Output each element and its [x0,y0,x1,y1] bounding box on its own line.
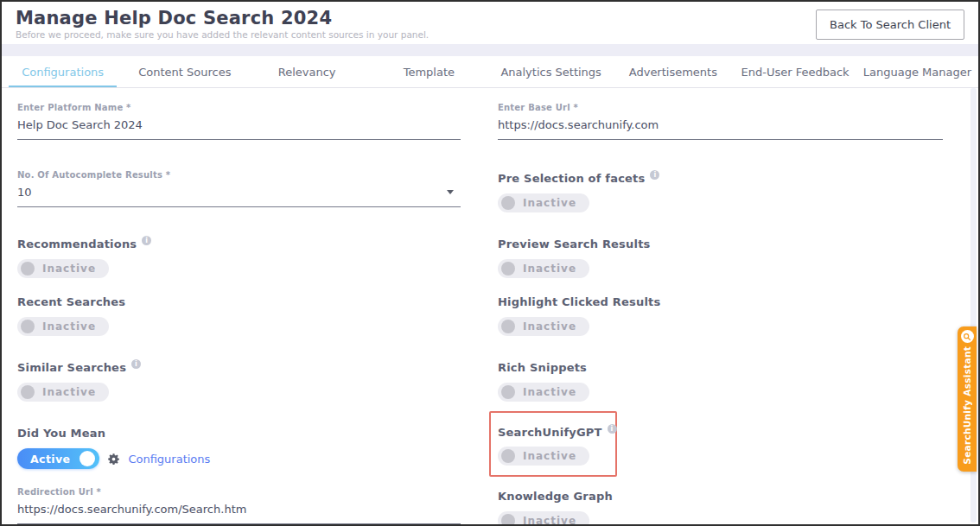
toggle-knob [501,262,515,276]
recommendations-section: Recommendations Inactive [17,222,461,280]
redirection-url-field: Redirection Url * https://docs.searchuni… [17,477,461,526]
redirection-url-input[interactable]: https://docs.searchunify.com/Search.htm [17,497,461,524]
highlight-clicked-results-title: Highlight Clicked Results [498,295,660,308]
assistant-logo-icon [961,330,974,343]
toggle-state-label: Inactive [523,386,576,398]
autocomplete-results-select[interactable]: 10 [17,180,461,207]
pre-selection-of-facets-label: Pre Selection of facets [498,172,645,185]
toggle-knob [501,320,515,333]
tab-analytics-settings[interactable]: Analytics Settings [490,56,612,87]
platform-name-field: Enter Platform Name * Help Doc Search 20… [17,88,461,162]
toggle-knob [501,385,515,399]
tab-language-manager[interactable]: Language Manager [856,56,978,87]
redirection-url-value: https://docs.searchunify.com/Search.htm [17,503,246,516]
searchunify-gpt-toggle[interactable]: Inactive [498,447,589,466]
toggle-state-label: Inactive [42,386,96,398]
knowledge-graph-label: Knowledge Graph [498,490,613,503]
page-title: Manage Help Doc Search 2024 [16,8,429,29]
preview-search-results-toggle[interactable]: Inactive [498,259,589,278]
did-you-mean-configurations-link[interactable]: Configurations [128,453,210,466]
recent-searches-label: Recent Searches [17,295,125,308]
searchunify-gpt-label: SearchUnifyGPT [498,426,602,439]
tab-content-sources[interactable]: Content Sources [124,56,245,87]
manage-search-client-window: Manage Help Doc Search 2024 Before we pr… [0,0,980,526]
highlight-clicked-results-toggle[interactable]: Inactive [498,317,589,336]
searchunify-gpt-highlight-box: SearchUnifyGPT Inactive [489,411,617,477]
gear-icon[interactable] [107,453,120,466]
pre-selection-of-facets-title: Pre Selection of facets [498,172,659,185]
recent-searches-section: Recent Searches Inactive [17,280,461,345]
pre-selection-of-facets-section: Pre Selection of facets Inactive [498,162,943,222]
header-titles: Manage Help Doc Search 2024 Before we pr… [16,8,429,40]
did-you-mean-label: Did You Mean [17,427,105,440]
preview-search-results-label: Preview Search Results [498,238,651,250]
base-url-value: https://docs.searchunify.com [498,118,659,131]
searchunify-gpt-section: SearchUnifyGPT Inactive [498,411,943,477]
toggle-knob [501,449,515,463]
similar-searches-toggle[interactable]: Inactive [17,383,109,402]
toggle-knob [21,320,35,333]
tab-end-user-feedback[interactable]: End-User Feedback [735,56,856,87]
recommendations-label: Recommendations [17,238,137,250]
toggle-state-label: Active [30,453,70,466]
pre-selection-of-facets-toggle[interactable]: Inactive [498,193,589,212]
assistant-tab-label: SearchUnify Assistant [962,346,972,465]
rich-snippets-section: Rich Snippets Inactive [498,345,943,411]
tab-relevancy[interactable]: Relevancy [246,56,368,87]
page-subtitle: Before we proceed, make sure you have ad… [16,29,429,40]
configurations-form: Enter Platform Name * Help Doc Search 20… [2,88,978,526]
page-header: Manage Help Doc Search 2024 Before we pr… [2,2,978,44]
tab-configurations[interactable]: Configurations [2,56,124,87]
settings-tabbar: Configurations Content Sources Relevancy… [2,56,978,88]
platform-name-input[interactable]: Help Doc Search 2024 [17,112,461,140]
toggle-knob [21,262,35,276]
toggle-state-label: Inactive [523,515,576,526]
did-you-mean-toggle[interactable]: Active [17,448,99,469]
autocomplete-results-label: No. Of Autocomplete Results * [17,170,461,180]
platform-name-value: Help Doc Search 2024 [17,118,143,131]
toggle-knob [501,196,515,210]
info-icon[interactable] [142,236,151,245]
info-icon[interactable] [131,359,141,369]
searchunify-gpt-title: SearchUnifyGPT [498,426,617,439]
recent-searches-toggle[interactable]: Inactive [17,317,109,336]
rich-snippets-title: Rich Snippets [498,361,587,374]
toggle-knob [80,451,95,466]
recommendations-title: Recommendations [17,238,151,250]
toggle-state-label: Inactive [523,320,576,333]
autocomplete-results-field: No. Of Autocomplete Results * 10 [17,162,461,222]
autocomplete-results-value: 10 [17,186,32,199]
toggle-state-label: Inactive [523,263,576,275]
recommendations-toggle[interactable]: Inactive [17,259,109,278]
tab-template[interactable]: Template [368,56,490,87]
knowledge-graph-section: Knowledge Graph Inactive [498,477,943,526]
toggle-knob [501,514,515,526]
toggle-state-label: Inactive [523,450,576,462]
base-url-field: Enter Base Url * https://docs.searchunif… [498,88,943,162]
did-you-mean-section: Did You Mean Active Configurations [17,411,461,477]
knowledge-graph-toggle[interactable]: Inactive [498,511,589,526]
info-icon[interactable] [608,424,617,434]
similar-searches-label: Similar Searches [17,361,126,374]
knowledge-graph-title: Knowledge Graph [498,490,613,503]
info-icon[interactable] [650,170,659,180]
rich-snippets-toggle[interactable]: Inactive [498,383,589,402]
highlight-clicked-results-label: Highlight Clicked Results [498,295,660,308]
toggle-knob [21,385,35,399]
base-url-input[interactable]: https://docs.searchunify.com [498,112,943,140]
tab-advertisements[interactable]: Advertisements [612,56,734,87]
preview-search-results-section: Preview Search Results Inactive [498,222,943,280]
preview-search-results-title: Preview Search Results [498,238,651,250]
rich-snippets-label: Rich Snippets [498,361,587,374]
toggle-state-label: Inactive [42,263,96,275]
chevron-down-icon[interactable] [447,190,454,194]
recent-searches-title: Recent Searches [17,295,125,308]
header-divider-strip [2,44,978,56]
did-you-mean-title: Did You Mean [17,427,105,440]
searchunify-assistant-tab[interactable]: SearchUnify Assistant [958,326,977,472]
did-you-mean-controls: Active Configurations [17,448,461,469]
similar-searches-title: Similar Searches [17,361,141,374]
back-to-search-client-button[interactable]: Back To Search Client [816,10,964,40]
highlight-clicked-results-section: Highlight Clicked Results Inactive [498,280,943,345]
toggle-state-label: Inactive [523,197,576,209]
